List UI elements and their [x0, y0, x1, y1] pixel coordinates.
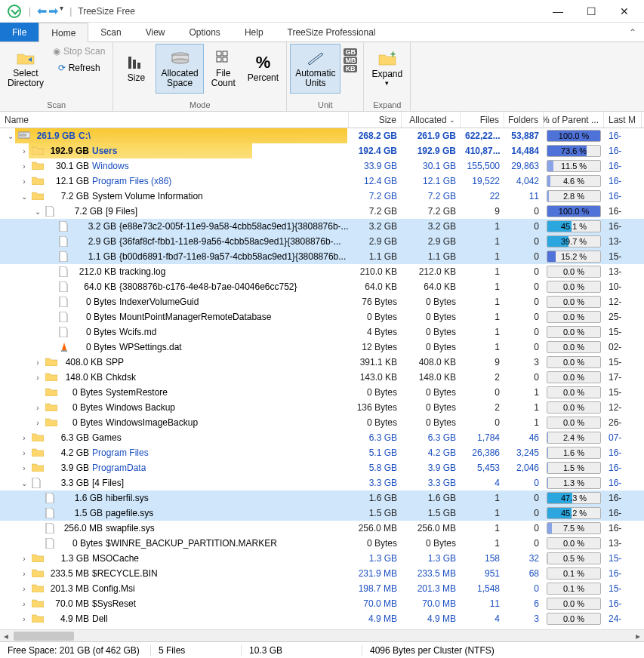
tree-row[interactable]: 3.2 GB{e88e73c2-005f-11e9-9a58-4cbb58ac9…: [0, 219, 644, 234]
expander-icon[interactable]: ›: [20, 555, 29, 563]
tree-row[interactable]: ›12.1 GBProgram Files (x86)12.4 GB12.1 G…: [0, 174, 644, 189]
scrollbar-thumb[interactable]: [14, 632, 74, 641]
cell-alloc: 148.0 KB: [402, 372, 461, 383]
mode-size-button[interactable]: Size: [116, 44, 156, 94]
maximize-button[interactable]: ☐: [575, 1, 608, 22]
tab-scan[interactable]: Scan: [88, 23, 133, 42]
expander-icon[interactable]: ›: [20, 570, 29, 578]
unit-mb-button[interactable]: MB: [344, 57, 357, 64]
tree-row[interactable]: 256.0 MBswapfile.sys256.0 MB256.0 MB107.…: [0, 521, 644, 536]
tab-pro[interactable]: TreeSize Professional: [276, 23, 388, 42]
expander-icon[interactable]: ›: [20, 615, 29, 623]
expander-icon[interactable]: ›: [33, 419, 42, 427]
tree-row[interactable]: ›3.9 GBProgramData5.8 GB3.9 GB5,4532,046…: [0, 460, 644, 475]
mode-allocated-button[interactable]: Allocated Space: [156, 44, 203, 94]
collapse-ribbon-icon[interactable]: ⌃: [621, 23, 644, 42]
expander-icon[interactable]: ⌄: [20, 479, 29, 487]
tree-row[interactable]: ›0 BytesWindows Backup136 Bytes0 Bytes21…: [0, 400, 644, 415]
cell-alloc: 1.1 GB: [402, 251, 461, 262]
tree-row[interactable]: ⌄7.2 GBSystem Volume Information7.2 GB7.…: [0, 189, 644, 204]
refresh-button[interactable]: ⟳Refresh: [48, 60, 109, 77]
mode-percent-button[interactable]: %Percent: [243, 44, 283, 94]
tree-row[interactable]: ›6.3 GBGames6.3 GB6.3 GB1,784462.4 %07-: [0, 430, 644, 445]
tree-row[interactable]: ⌄3.3 GB[4 Files]3.3 GB3.3 GB401.3 %16-: [0, 475, 644, 490]
expander-icon[interactable]: ⌄: [6, 132, 15, 140]
header-lastmod[interactable]: Last M: [604, 112, 642, 128]
expander-icon[interactable]: ⌄: [20, 192, 29, 201]
select-directory-button[interactable]: Select Directory: [3, 44, 48, 94]
tree-row[interactable]: ›192.9 GBUsers192.4 GB192.9 GB410,87...1…: [0, 143, 644, 158]
tree-row[interactable]: ⌄261.9 GBC:\268.2 GB261.9 GB622,22...53,…: [0, 128, 644, 143]
close-button[interactable]: ✕: [608, 1, 641, 22]
tab-help[interactable]: Help: [233, 23, 276, 42]
tree-row[interactable]: 0 BytesWcifs.md4 Bytes0 Bytes100.0 %15-: [0, 324, 644, 340]
unit-auto-button[interactable]: Automatic Units: [290, 44, 340, 94]
tab-file[interactable]: File: [0, 23, 39, 42]
tree-row[interactable]: ›4.9 MBDell4.9 MB4.9 MB430.0 %24-: [0, 611, 644, 626]
forward-icon[interactable]: ➡: [48, 4, 58, 18]
back-icon[interactable]: ⬅: [37, 4, 47, 18]
tree-row[interactable]: ›1.3 GBMSOCache1.3 GB1.3 GB158320.5 %15-: [0, 551, 644, 566]
tree-view[interactable]: ⌄261.9 GBC:\268.2 GB261.9 GB622,22...53,…: [0, 128, 644, 629]
scroll-left-icon[interactable]: ◂: [0, 631, 12, 641]
expander-icon[interactable]: ⌄: [33, 208, 42, 216]
cell-alloc: 0 Bytes: [402, 312, 461, 322]
expander-icon[interactable]: ›: [33, 404, 42, 412]
tree-row[interactable]: ›148.0 KBChkdsk143.0 KB148.0 KB200.0 %17…: [0, 370, 644, 385]
expand-button[interactable]: +Expand▾: [367, 44, 407, 94]
cell-files: 2: [461, 372, 504, 383]
dropdown-icon[interactable]: ▾: [60, 4, 63, 18]
tab-options[interactable]: Options: [177, 23, 233, 42]
tree-row[interactable]: 0 BytesWPSettings.dat12 Bytes0 Bytes100.…: [0, 340, 644, 355]
tree-row[interactable]: ›30.1 GBWindows33.9 GB30.1 GB155,50029,8…: [0, 158, 644, 174]
tree-row[interactable]: ›4.2 GBProgram Files5.1 GB4.2 GB26,3863,…: [0, 445, 644, 460]
header-folders[interactable]: Folders: [504, 112, 544, 128]
expander-icon[interactable]: ›: [20, 449, 29, 457]
expander-icon[interactable]: ›: [33, 358, 42, 367]
unit-kb-button[interactable]: KB: [344, 65, 357, 72]
header-allocated[interactable]: Allocated ⌄: [402, 112, 461, 128]
tree-row[interactable]: 0 BytesSystemRestore0 Bytes0 Bytes010.0 …: [0, 385, 644, 400]
tree-row[interactable]: ›201.3 MBConfig.Msi198.7 MB201.3 MB1,548…: [0, 581, 644, 596]
expander-icon[interactable]: ›: [20, 177, 29, 186]
cell-lastmod: 16-: [604, 176, 642, 186]
tree-row[interactable]: 0 BytesIndexerVolumeGuid76 Bytes0 Bytes1…: [0, 294, 644, 309]
tree-row[interactable]: ›233.5 MB$RECYCLE.BIN231.9 MB233.5 MB951…: [0, 566, 644, 581]
status-free-space: Free Space: 201 GB (of 462 GB): [0, 645, 151, 656]
stop-scan-button[interactable]: ◉Stop Scan: [48, 44, 109, 60]
tree-row[interactable]: 0 BytesMountPointManagerRemoteDatabase0 …: [0, 309, 644, 324]
folder-icon: [32, 176, 44, 186]
expander-icon[interactable]: ›: [20, 600, 29, 608]
unit-gb-button[interactable]: GB: [344, 48, 357, 56]
tree-row[interactable]: ⌄7.2 GB[9 Files]7.2 GB7.2 GB90100.0 %16-: [0, 204, 644, 219]
tree-row[interactable]: 2.9 GB{36faf8cf-fbb1-11e8-9a56-4cbb58ac9…: [0, 234, 644, 249]
tab-view[interactable]: View: [134, 23, 177, 42]
scroll-right-icon[interactable]: ▸: [632, 631, 644, 641]
tree-row[interactable]: 1.6 GBhiberfil.sys1.6 GB1.6 GB1047.3 %16…: [0, 490, 644, 506]
tree-row[interactable]: ›70.0 MB$SysReset70.0 MB70.0 MB1160.0 %1…: [0, 596, 644, 611]
expander-icon[interactable]: ›: [20, 162, 29, 171]
tree-row[interactable]: ›0 BytesWindowsImageBackup0 Bytes0 Bytes…: [0, 415, 644, 430]
expander-icon[interactable]: ›: [20, 147, 29, 155]
cell-percent: 0.0 %: [544, 294, 604, 309]
header-size[interactable]: Size: [349, 112, 402, 128]
expander-icon[interactable]: ›: [20, 434, 29, 442]
header-files[interactable]: Files: [461, 112, 504, 128]
tree-row[interactable]: 1.5 GBpagefile.sys1.5 GB1.5 GB1045.2 %16…: [0, 506, 644, 521]
tab-home[interactable]: Home: [39, 23, 88, 42]
tree-row[interactable]: 212.0 KBtracking.log210.0 KB212.0 KB100.…: [0, 264, 644, 279]
expander-icon[interactable]: ›: [20, 585, 29, 593]
tree-row[interactable]: 1.1 GB{b00d6891-fbd7-11e8-9a57-4cbb58ac9…: [0, 249, 644, 264]
inline-size: 4.2 GB: [47, 447, 89, 458]
header-name[interactable]: Name: [0, 112, 349, 128]
horizontal-scrollbar[interactable]: ◂ ▸: [0, 629, 644, 641]
tree-row[interactable]: 0 Bytes$WINRE_BACKUP_PARTITION.MARKER0 B…: [0, 536, 644, 551]
expander-icon[interactable]: ›: [33, 374, 42, 382]
tree-row[interactable]: 64.0 KB{3808876b-c176-4e48-b7ae-04046e6c…: [0, 279, 644, 294]
tree-row[interactable]: ›408.0 KBSPP391.1 KB408.0 KB930.0 %15-: [0, 355, 644, 370]
expander-icon[interactable]: ›: [20, 464, 29, 472]
header-percent[interactable]: % of Parent ...: [544, 112, 604, 128]
minimize-button[interactable]: ―: [541, 1, 575, 22]
mode-filecount-button[interactable]: File Count: [204, 44, 243, 94]
inline-size: 7.2 GB: [47, 191, 89, 201]
